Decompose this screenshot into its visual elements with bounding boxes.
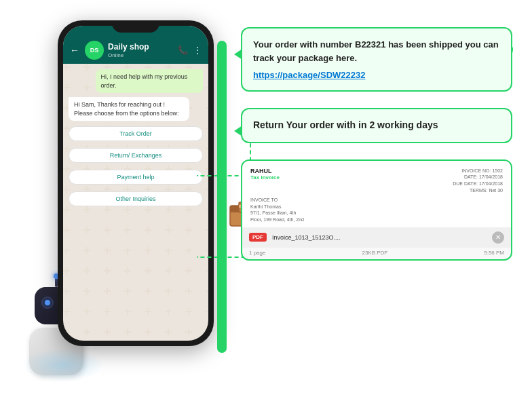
callout-return: Return Your order with in 2 working days <box>241 108 512 143</box>
menu-button-return[interactable]: Return/ Exchanges <box>69 148 203 163</box>
callout-invoice: RAHUL Tax Invoice INVOICE NO: 1502 DATE:… <box>241 159 512 261</box>
menu-button-payment[interactable]: Payment help <box>69 170 203 185</box>
menu-button-track[interactable]: Track Order <box>69 126 203 141</box>
callout-shipped: Your order with number B22321 has been s… <box>241 27 512 92</box>
invoice-meta: 1 page 23KB PDF 5:56 PM <box>242 248 511 259</box>
message-out-1: Hi, I need help with my previous order. <box>96 69 203 93</box>
invoice-filename: Invoice_1013_15123O.... <box>272 234 487 241</box>
invoice-customer-name: RAHUL <box>250 168 280 174</box>
call-icon[interactable]: 📞 <box>178 45 188 55</box>
invoice-top: RAHUL Tax Invoice INVOICE NO: 1502 DATE:… <box>242 161 511 227</box>
chat-area: Hi, I need help with my previous order. … <box>63 64 208 341</box>
green-accent-bar <box>217 41 227 353</box>
invoice-close-button[interactable]: ✕ <box>492 231 504 244</box>
message-in-1: Hi Sam, Thanks for reaching out ! Please… <box>69 97 189 121</box>
tracking-link[interactable]: https://package/SDW22232 <box>253 70 365 80</box>
robot-eye-left <box>41 297 54 309</box>
chat-name-area: Daily shop Online <box>108 42 174 58</box>
chat-avatar: DS <box>85 41 104 60</box>
callout-area: Your order with number B22321 has been s… <box>241 20 512 261</box>
invoice-bottom-bar: PDF Invoice_1013_15123O.... ✕ <box>242 227 511 248</box>
invoice-duedate-label: DUE DATE: 17/04/2018 <box>453 181 503 187</box>
robot-pupil-left <box>45 300 50 305</box>
chat-status: Online <box>108 52 174 58</box>
invoice-doc-title: Tax Invoice <box>250 174 280 181</box>
pdf-badge: PDF <box>249 233 267 242</box>
phone-notch <box>112 20 159 33</box>
phone-screen: ← DS Daily shop Online 📞 ⋮ Hi, I need he… <box>63 26 208 341</box>
shipped-text: Your order with number B22321 has been s… <box>253 38 500 64</box>
invoice-size: 23KB PDF <box>362 250 387 256</box>
invoice-number-label: INVOICE NO: 1502 <box>453 168 503 174</box>
invoice-date-label: DATE: 17/04/2018 <box>453 174 503 181</box>
return-text: Return Your order with in 2 working days <box>253 119 438 132</box>
phone-mockup: ← DS Daily shop Online 📞 ⋮ Hi, I need he… <box>58 20 214 373</box>
menu-button-other[interactable]: Other Inquiries <box>69 191 203 206</box>
whatsapp-header-icons: 📞 ⋮ <box>178 45 202 55</box>
back-arrow-icon[interactable]: ← <box>70 45 79 56</box>
menu-icon[interactable]: ⋮ <box>193 45 202 55</box>
invoice-pages: 1 page <box>249 250 265 256</box>
chat-name: Daily shop <box>108 42 174 52</box>
invoice-time: 5:56 PM <box>484 250 504 256</box>
invoice-body: INVOICE TO Karthi Thomas 97/1, Passe Ill… <box>250 197 503 223</box>
phone-frame: ← DS Daily shop Online 📞 ⋮ Hi, I need he… <box>58 20 214 346</box>
invoice-terms-label: TERMS: Net 30 <box>453 187 503 194</box>
